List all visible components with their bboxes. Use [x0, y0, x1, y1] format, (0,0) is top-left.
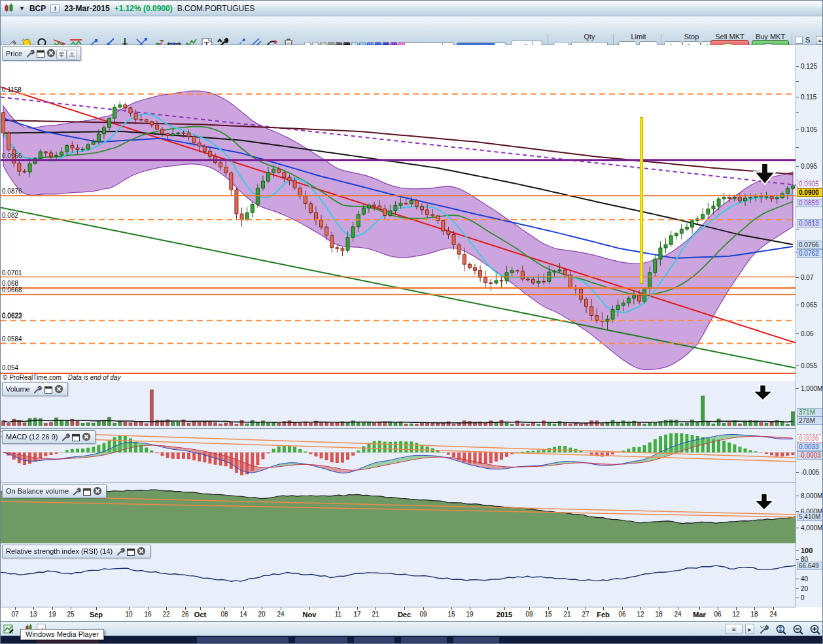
- axis-label: 1,000M: [801, 385, 822, 392]
- panel-detach-icon[interactable]: [126, 547, 136, 557]
- price-level-label: 0.0701: [2, 269, 22, 277]
- quote-date: 23-Mar-2015: [64, 4, 109, 13]
- panel-move-down-icon[interactable]: [56, 50, 67, 59]
- time-axis-label: 26: [181, 611, 188, 618]
- rsi-panel: Relative strength index (RSI) (14): [1, 543, 796, 607]
- axis-label: 0.065: [801, 301, 817, 309]
- taskbar-window-button[interactable]: [401, 637, 447, 644]
- panel-settings-wrench-icon[interactable]: [71, 486, 82, 496]
- trading-platform-window: ▼ BCP i 23-Mar-2015 +1.12% (0.0900) B.CO…: [0, 0, 823, 644]
- info-icon[interactable]: i: [50, 4, 60, 13]
- panel-close-icon[interactable]: [136, 546, 147, 556]
- time-axis-label: Oct: [194, 611, 206, 619]
- candlestick-logo-icon: [4, 3, 14, 13]
- obv-chart-canvas[interactable]: [1, 483, 796, 543]
- panel-close-icon[interactable]: [54, 384, 64, 394]
- taskbar-window-button[interactable]: [295, 637, 347, 644]
- chart-menu-button[interactable]: ≡: [726, 624, 743, 634]
- panel-move-up-icon[interactable]: [67, 50, 77, 59]
- instrument-dropdown-caret[interactable]: ▼: [19, 5, 25, 12]
- quote-change: +1.12% (0.0900): [114, 4, 173, 13]
- time-axis-label: 06: [714, 611, 721, 618]
- time-axis-tick: [15, 607, 16, 610]
- price-level-label: 0.0622: [2, 313, 22, 320]
- draw-chart-icon[interactable]: [3, 624, 14, 634]
- axis-tick: [796, 472, 799, 473]
- time-axis-tick: [200, 607, 201, 610]
- time-axis-label: 18: [655, 611, 662, 618]
- time-axis-label: 19: [48, 611, 56, 618]
- time-axis-label: Sep: [90, 611, 103, 619]
- os-taskbar[interactable]: [1, 636, 823, 644]
- axis-value-tag: 66.649: [797, 562, 823, 570]
- volume-panel: Volume: [1, 381, 796, 429]
- time-axis-tick: [470, 607, 470, 610]
- settings-wrench-icon[interactable]: [758, 624, 770, 634]
- taskbar-window-button[interactable]: [354, 637, 394, 644]
- volume-panel-tab: Volume: [2, 382, 68, 396]
- s-checkbox[interactable]: [796, 37, 803, 44]
- price-panel: Price 0.11580.09660.08760.0820.07010.068…: [1, 45, 796, 381]
- price-chart-canvas[interactable]: [1, 45, 796, 373]
- macd-panel: MACD (12 26 9): [1, 429, 796, 483]
- axis-label: 0: [801, 594, 805, 602]
- price-axis-column[interactable]: 0.1250.1150.1050.0950.070.0650.060.0550.…: [796, 45, 823, 607]
- panel-settings-wrench-icon[interactable]: [33, 384, 43, 394]
- scroll-right-button[interactable]: ▸: [745, 624, 754, 634]
- obv-panel-tab: On Balance volume: [2, 484, 107, 498]
- time-axis-tick: [129, 607, 130, 610]
- panel-detach-icon[interactable]: [35, 49, 46, 59]
- time-axis-label: 24: [769, 611, 777, 618]
- panel-detach-icon[interactable]: [43, 385, 54, 395]
- taskbar-window-button[interactable]: [197, 637, 289, 644]
- zoom-in-icon[interactable]: [809, 624, 821, 635]
- spinner-up-icon[interactable]: ▲: [816, 36, 823, 44]
- time-axis-tick: [699, 607, 700, 610]
- time-axis-tick: [659, 607, 659, 610]
- time-axis-tick: [309, 607, 310, 610]
- time-axis-tick: [504, 607, 505, 610]
- time-axis-tick: [736, 607, 737, 610]
- time-axis-label: 21: [563, 611, 570, 618]
- zoom-out-icon[interactable]: [792, 624, 804, 635]
- time-axis-tick: [754, 607, 755, 610]
- instrument-symbol[interactable]: BCP: [29, 4, 46, 13]
- time-axis-label: 25: [67, 611, 74, 618]
- panel-settings-wrench-icon[interactable]: [25, 48, 35, 58]
- axis-value-tag: 0.0905: [797, 180, 823, 188]
- time-axis-tick: [678, 607, 678, 610]
- macd-chart-canvas[interactable]: [1, 429, 796, 483]
- axis-tick: [796, 365, 799, 366]
- time-axis[interactable]: 07131925Sep10162226Oct08142024Nov111721D…: [1, 607, 823, 622]
- panel-detach-icon[interactable]: [82, 487, 92, 497]
- axis-tick: [796, 588, 799, 589]
- panel-settings-wrench-icon[interactable]: [60, 432, 71, 442]
- panel-close-icon[interactable]: [46, 48, 56, 58]
- time-axis-label: 20: [258, 611, 265, 618]
- time-axis-tick: [243, 607, 244, 610]
- time-axis-label: Mar: [693, 611, 706, 619]
- axis-tick: [796, 147, 799, 148]
- down-arrow-annotation: [752, 493, 777, 511]
- time-axis-label: 09: [525, 611, 533, 618]
- axis-value-tag: 0.0762: [797, 249, 823, 258]
- panel-detach-icon[interactable]: [71, 433, 81, 443]
- axis-label: 100: [801, 547, 813, 554]
- axis-label: 0.06: [801, 330, 813, 337]
- panel-title: Volume: [6, 385, 30, 393]
- time-axis-label: 10: [125, 611, 132, 618]
- panel-close-icon[interactable]: [92, 486, 103, 496]
- axis-label: 0.07: [801, 274, 813, 281]
- price-level-label: 0.0876: [2, 188, 22, 195]
- panel-close-icon[interactable]: [81, 432, 92, 441]
- taskbar-window-button[interactable]: [453, 637, 499, 644]
- qty-label: Qty: [571, 33, 608, 41]
- volume-chart-canvas[interactable]: [1, 381, 796, 429]
- axis-tick: [796, 305, 799, 305]
- time-axis-label: 08: [220, 611, 228, 618]
- panel-settings-wrench-icon[interactable]: [115, 547, 126, 556]
- axis-value-tag: 0.0033: [797, 443, 823, 451]
- instrument-name: B.COM.PORTUGUES: [177, 4, 254, 13]
- zoom-fit-icon[interactable]: [775, 624, 787, 635]
- time-axis-label: 24: [674, 611, 681, 618]
